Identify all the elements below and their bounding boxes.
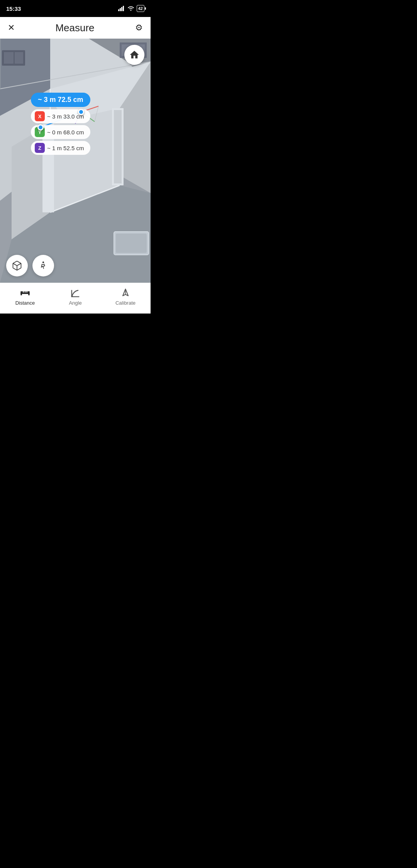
angle-tab[interactable]: Angle — [50, 283, 100, 314]
total-measurement: ~ 3 m 72.5 cm — [31, 93, 90, 107]
tab-bar: Distance Angle Calibrate — [0, 283, 151, 314]
cube-icon — [12, 260, 22, 271]
top-bar: ✕ Measure ⚙ — [0, 17, 151, 39]
measurement-point-end[interactable] — [78, 109, 84, 115]
calibrate-tab-label: Calibrate — [115, 300, 136, 306]
svg-point-37 — [42, 261, 44, 263]
measurement-point-start[interactable] — [37, 124, 44, 131]
z-measurement-row: Z ~ 1 m 52.5 cm — [31, 141, 90, 155]
calibrate-icon — [120, 288, 131, 298]
z-value: ~ 1 m 52.5 cm — [47, 145, 84, 151]
close-button[interactable]: ✕ — [8, 24, 15, 32]
wifi-icon — [127, 6, 134, 11]
svg-rect-44 — [27, 291, 28, 293]
status-time: 15:33 — [6, 5, 21, 12]
svg-rect-2 — [121, 7, 122, 11]
svg-rect-25 — [114, 110, 122, 183]
walk-icon — [38, 260, 48, 271]
walk-button[interactable] — [32, 255, 54, 276]
svg-rect-8 — [4, 52, 14, 64]
status-right: 42 — [118, 5, 144, 12]
home-button[interactable] — [124, 45, 144, 65]
svg-rect-41 — [22, 291, 23, 293]
axis-measurements: X ~ 3 m 33.0 cm Y ~ 0 m 68.0 cm Z ~ 1 m … — [31, 109, 90, 155]
svg-rect-40 — [28, 291, 30, 295]
home-icon — [129, 49, 140, 60]
measurement-overlay: ~ 3 m 72.5 cm X ~ 3 m 33.0 cm Y ~ 0 m 68… — [31, 93, 90, 155]
z-badge: Z — [35, 143, 45, 153]
settings-button[interactable]: ⚙ — [135, 24, 143, 32]
calibrate-tab[interactable]: Calibrate — [100, 283, 151, 314]
distance-tab[interactable]: Distance — [0, 283, 50, 314]
3d-view-button[interactable] — [6, 255, 28, 276]
svg-rect-9 — [15, 52, 23, 64]
svg-rect-1 — [120, 8, 121, 11]
svg-rect-39 — [20, 291, 22, 295]
svg-rect-43 — [25, 291, 26, 293]
angle-tab-label: Angle — [69, 300, 81, 306]
scene-area[interactable]: ~ 3 m 72.5 cm X ~ 3 m 33.0 cm Y ~ 0 m 68… — [0, 39, 151, 283]
distance-icon — [20, 288, 31, 298]
float-buttons-container — [6, 255, 54, 276]
page-title: Measure — [55, 22, 94, 34]
y-value: ~ 0 m 68.0 cm — [47, 129, 84, 136]
x-badge: X — [35, 111, 45, 121]
svg-rect-3 — [123, 6, 124, 11]
battery-indicator: 42 — [137, 5, 144, 12]
svg-rect-28 — [116, 234, 147, 253]
distance-tab-label: Distance — [15, 300, 35, 306]
scene-background — [0, 39, 151, 283]
signal-icon — [118, 6, 125, 11]
svg-rect-0 — [118, 9, 119, 11]
svg-rect-42 — [24, 291, 25, 293]
angle-icon — [70, 288, 81, 298]
status-bar: 15:33 42 — [0, 0, 151, 17]
